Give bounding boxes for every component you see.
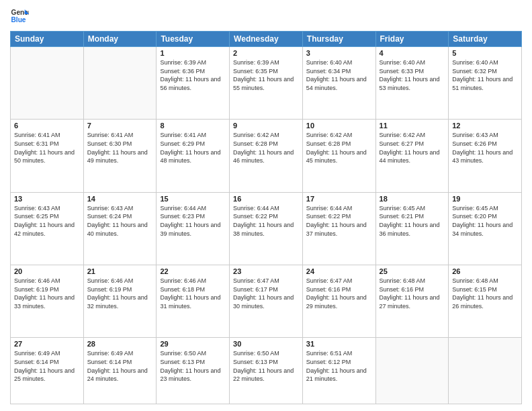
day-number: 14: [87, 195, 153, 203]
weekday-header-monday: Monday: [83, 32, 157, 47]
day-detail: Sunrise: 6:41 AM Sunset: 6:30 PM Dayligh…: [87, 131, 153, 165]
day-number: 1: [160, 49, 226, 57]
day-cell: 5Sunrise: 6:40 AM Sunset: 6:32 PM Daylig…: [449, 47, 522, 120]
day-cell: 3Sunrise: 6:40 AM Sunset: 6:34 PM Daylig…: [302, 47, 375, 120]
day-detail: Sunrise: 6:50 AM Sunset: 6:13 PM Dayligh…: [160, 349, 226, 383]
day-detail: Sunrise: 6:40 AM Sunset: 6:32 PM Dayligh…: [452, 58, 518, 92]
day-cell: [11, 47, 84, 120]
day-cell: 16Sunrise: 6:44 AM Sunset: 6:22 PM Dayli…: [230, 192, 303, 265]
day-cell: [83, 47, 157, 120]
day-cell: 4Sunrise: 6:40 AM Sunset: 6:33 PM Daylig…: [375, 47, 449, 120]
logo: General Blue: [10, 7, 29, 26]
day-cell: 26Sunrise: 6:48 AM Sunset: 6:15 PM Dayli…: [449, 265, 522, 338]
day-cell: 7Sunrise: 6:41 AM Sunset: 6:30 PM Daylig…: [83, 120, 157, 192]
day-number: 5: [452, 49, 518, 57]
day-number: 17: [306, 195, 372, 203]
week-row-2: 6Sunrise: 6:41 AM Sunset: 6:31 PM Daylig…: [11, 120, 522, 192]
day-number: 23: [233, 267, 299, 275]
day-cell: 11Sunrise: 6:42 AM Sunset: 6:27 PM Dayli…: [375, 120, 449, 192]
day-number: 25: [380, 267, 445, 275]
weekday-header-friday: Friday: [375, 32, 449, 47]
day-cell: 6Sunrise: 6:41 AM Sunset: 6:31 PM Daylig…: [11, 120, 84, 192]
weekday-header-row: SundayMondayTuesdayWednesdayThursdayFrid…: [11, 32, 522, 47]
week-row-3: 13Sunrise: 6:43 AM Sunset: 6:25 PM Dayli…: [11, 192, 522, 265]
day-number: 6: [14, 122, 80, 130]
day-number: 2: [233, 49, 299, 57]
day-number: 26: [452, 267, 518, 275]
day-cell: 14Sunrise: 6:43 AM Sunset: 6:24 PM Dayli…: [83, 192, 157, 265]
day-detail: Sunrise: 6:51 AM Sunset: 6:12 PM Dayligh…: [306, 349, 372, 383]
day-detail: Sunrise: 6:48 AM Sunset: 6:15 PM Dayligh…: [452, 277, 518, 310]
day-cell: [375, 338, 449, 404]
day-number: 24: [306, 267, 372, 275]
day-cell: 12Sunrise: 6:43 AM Sunset: 6:26 PM Dayli…: [449, 120, 522, 192]
day-number: 11: [380, 122, 445, 130]
day-number: 4: [380, 49, 445, 57]
weekday-header-tuesday: Tuesday: [157, 32, 230, 47]
day-cell: 30Sunrise: 6:50 AM Sunset: 6:13 PM Dayli…: [230, 338, 303, 404]
day-detail: Sunrise: 6:40 AM Sunset: 6:33 PM Dayligh…: [380, 58, 445, 92]
weekday-header-wednesday: Wednesday: [230, 32, 303, 47]
day-number: 19: [452, 195, 518, 203]
day-detail: Sunrise: 6:41 AM Sunset: 6:31 PM Dayligh…: [14, 131, 80, 165]
day-detail: Sunrise: 6:46 AM Sunset: 6:18 PM Dayligh…: [160, 277, 226, 310]
day-detail: Sunrise: 6:44 AM Sunset: 6:22 PM Dayligh…: [306, 204, 372, 238]
day-cell: 29Sunrise: 6:50 AM Sunset: 6:13 PM Dayli…: [157, 338, 230, 404]
weekday-header-thursday: Thursday: [302, 32, 375, 47]
day-detail: Sunrise: 6:50 AM Sunset: 6:13 PM Dayligh…: [233, 349, 299, 383]
day-detail: Sunrise: 6:39 AM Sunset: 6:36 PM Dayligh…: [160, 58, 226, 92]
svg-text:Blue: Blue: [11, 16, 26, 24]
day-number: 29: [160, 340, 226, 348]
weekday-header-saturday: Saturday: [449, 32, 522, 47]
day-number: 28: [87, 340, 153, 348]
week-row-5: 27Sunrise: 6:49 AM Sunset: 6:14 PM Dayli…: [11, 338, 522, 404]
day-detail: Sunrise: 6:49 AM Sunset: 6:14 PM Dayligh…: [87, 349, 153, 383]
day-number: 10: [306, 122, 372, 130]
day-detail: Sunrise: 6:49 AM Sunset: 6:14 PM Dayligh…: [14, 349, 80, 383]
day-number: 30: [233, 340, 299, 348]
day-number: 18: [380, 195, 445, 203]
week-row-4: 20Sunrise: 6:46 AM Sunset: 6:19 PM Dayli…: [11, 265, 522, 338]
day-cell: 17Sunrise: 6:44 AM Sunset: 6:22 PM Dayli…: [302, 192, 375, 265]
day-detail: Sunrise: 6:40 AM Sunset: 6:34 PM Dayligh…: [306, 58, 372, 92]
day-number: 16: [233, 195, 299, 203]
day-cell: [449, 338, 522, 404]
day-detail: Sunrise: 6:44 AM Sunset: 6:23 PM Dayligh…: [160, 204, 226, 238]
page-header: General Blue: [10, 7, 522, 26]
day-number: 8: [160, 122, 226, 130]
day-number: 12: [452, 122, 518, 130]
day-cell: 13Sunrise: 6:43 AM Sunset: 6:25 PM Dayli…: [11, 192, 84, 265]
day-cell: 8Sunrise: 6:41 AM Sunset: 6:29 PM Daylig…: [157, 120, 230, 192]
day-detail: Sunrise: 6:42 AM Sunset: 6:28 PM Dayligh…: [306, 131, 372, 165]
calendar-table: SundayMondayTuesdayWednesdayThursdayFrid…: [10, 31, 522, 404]
day-number: 9: [233, 122, 299, 130]
day-number: 20: [14, 267, 80, 275]
day-cell: 9Sunrise: 6:42 AM Sunset: 6:28 PM Daylig…: [230, 120, 303, 192]
day-detail: Sunrise: 6:47 AM Sunset: 6:16 PM Dayligh…: [306, 277, 372, 310]
day-detail: Sunrise: 6:43 AM Sunset: 6:25 PM Dayligh…: [14, 204, 80, 238]
day-detail: Sunrise: 6:44 AM Sunset: 6:22 PM Dayligh…: [233, 204, 299, 238]
day-detail: Sunrise: 6:48 AM Sunset: 6:16 PM Dayligh…: [380, 277, 445, 310]
day-number: 15: [160, 195, 226, 203]
day-cell: 22Sunrise: 6:46 AM Sunset: 6:18 PM Dayli…: [157, 265, 230, 338]
day-cell: 10Sunrise: 6:42 AM Sunset: 6:28 PM Dayli…: [302, 120, 375, 192]
day-number: 21: [87, 267, 153, 275]
day-cell: 1Sunrise: 6:39 AM Sunset: 6:36 PM Daylig…: [157, 47, 230, 120]
day-detail: Sunrise: 6:46 AM Sunset: 6:19 PM Dayligh…: [87, 277, 153, 310]
day-detail: Sunrise: 6:45 AM Sunset: 6:21 PM Dayligh…: [380, 204, 445, 238]
day-cell: 2Sunrise: 6:39 AM Sunset: 6:35 PM Daylig…: [230, 47, 303, 120]
day-number: 27: [14, 340, 80, 348]
day-detail: Sunrise: 6:43 AM Sunset: 6:24 PM Dayligh…: [87, 204, 153, 238]
day-number: 3: [306, 49, 372, 57]
day-number: 7: [87, 122, 153, 130]
day-cell: 27Sunrise: 6:49 AM Sunset: 6:14 PM Dayli…: [11, 338, 84, 404]
day-cell: 31Sunrise: 6:51 AM Sunset: 6:12 PM Dayli…: [302, 338, 375, 404]
day-detail: Sunrise: 6:47 AM Sunset: 6:17 PM Dayligh…: [233, 277, 299, 310]
day-number: 22: [160, 267, 226, 275]
day-cell: 28Sunrise: 6:49 AM Sunset: 6:14 PM Dayli…: [83, 338, 157, 404]
day-detail: Sunrise: 6:46 AM Sunset: 6:19 PM Dayligh…: [14, 277, 80, 310]
day-cell: 18Sunrise: 6:45 AM Sunset: 6:21 PM Dayli…: [375, 192, 449, 265]
day-detail: Sunrise: 6:41 AM Sunset: 6:29 PM Dayligh…: [160, 131, 226, 165]
day-cell: 23Sunrise: 6:47 AM Sunset: 6:17 PM Dayli…: [230, 265, 303, 338]
day-cell: 21Sunrise: 6:46 AM Sunset: 6:19 PM Dayli…: [83, 265, 157, 338]
